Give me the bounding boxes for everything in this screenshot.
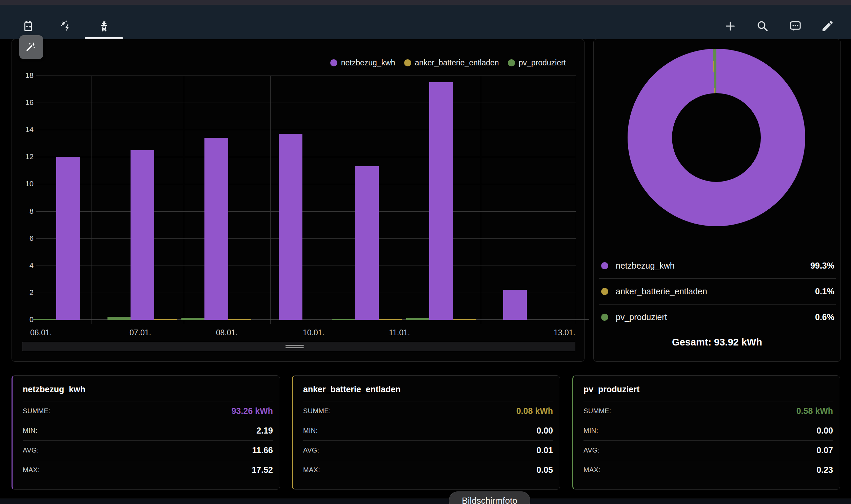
card-title: netzbezug_kwh	[23, 384, 273, 401]
legend-label: anker_batterie_entladen	[415, 58, 499, 67]
slice-percentage: 0.6%	[815, 312, 834, 322]
stat-value: 0.00	[536, 426, 553, 436]
y-axis-label: 18	[18, 72, 34, 79]
screenshot-toast: Bildschirmfoto	[449, 491, 530, 504]
search-icon	[756, 19, 769, 34]
tab-battery[interactable]	[21, 20, 35, 34]
bar-netzbezug_kwh[interactable]	[205, 138, 228, 320]
donut-legend-row-anker-batterie[interactable]: anker_batterie_entladen 0.1%	[599, 278, 836, 304]
bar-netzbezug_kwh[interactable]	[429, 82, 453, 320]
legend-item-anker-batterie[interactable]: anker_batterie_entladen	[404, 58, 499, 67]
stat-value: 0.58 kWh	[796, 406, 833, 416]
bar-pv_produziert[interactable]	[332, 319, 355, 320]
legend-item-netzbezug[interactable]: netzbezug_kwh	[330, 58, 395, 67]
stat-row-min: MIN: 0.00	[584, 421, 833, 441]
stat-value: 0.07	[816, 445, 833, 455]
bar-netzbezug_kwh[interactable]	[131, 150, 154, 320]
gridline	[91, 75, 92, 324]
series-color-dot	[508, 59, 515, 66]
chat-bubble-icon	[788, 19, 802, 34]
gridline	[36, 293, 576, 293]
total-kwh-label: Gesamt: 93.92 kWh	[594, 337, 840, 348]
bar-pv_produziert[interactable]	[33, 319, 56, 320]
card-title: pv_produziert	[584, 384, 833, 401]
stat-label: MAX:	[23, 466, 40, 474]
stat-card-netzbezug: netzbezug_kwh SUMME: 93.26 kWh MIN: 2.19…	[12, 375, 280, 490]
chart-legend: netzbezug_kwh anker_batterie_entladen pv…	[330, 58, 566, 67]
stat-row-summe: SUMME: 0.08 kWh	[303, 401, 553, 421]
stat-row-avg: AVG: 0.01	[303, 441, 553, 460]
donut-legend: netzbezug_kwh 99.3% anker_batterie_entla…	[599, 253, 836, 330]
add-button[interactable]	[723, 20, 737, 34]
donut-legend-row-netzbezug[interactable]: netzbezug_kwh 99.3%	[599, 253, 836, 278]
gridline	[576, 75, 576, 324]
donut-chart[interactable]	[628, 49, 805, 226]
gridline	[481, 75, 481, 324]
stat-row-max: MAX: 0.05	[303, 460, 553, 480]
stat-label: MIN:	[584, 427, 598, 435]
legend-item-pv[interactable]: pv_produziert	[508, 58, 566, 67]
x-axis-label: 11.01.	[389, 328, 410, 337]
gridline	[36, 266, 576, 266]
gridline	[36, 157, 576, 157]
screenshot-toast-label: Bildschirmfoto	[462, 496, 517, 504]
stat-value: 0.23	[816, 465, 833, 475]
y-axis-label: 6	[18, 235, 34, 242]
y-axis-label: 8	[18, 208, 34, 215]
stat-label: AVG:	[303, 446, 319, 454]
bar-netzbezug_kwh[interactable]	[503, 290, 527, 320]
battery-icon	[21, 19, 35, 34]
bar-anker_batterie_entladen[interactable]	[379, 319, 402, 320]
gridline	[36, 103, 576, 103]
stat-row-avg: AVG: 0.07	[584, 441, 833, 460]
bar-pv_produziert[interactable]	[181, 318, 205, 320]
stat-label: MAX:	[303, 466, 320, 474]
series-color-dot	[601, 288, 608, 295]
gridline	[184, 75, 184, 324]
x-axis-label: 13.01.	[554, 328, 575, 337]
legend-label: pv_produziert	[519, 58, 566, 67]
tab-solar[interactable]	[59, 20, 73, 34]
search-button[interactable]	[756, 20, 770, 34]
stat-card-anker-batterie: anker_batterie_entladen SUMME: 0.08 kWh …	[292, 375, 560, 490]
stat-row-min: MIN: 0.00	[303, 421, 553, 441]
scrollbar-handle[interactable]	[285, 345, 304, 349]
bar-anker_batterie_entladen[interactable]	[154, 319, 177, 320]
edit-dashboard-button[interactable]	[820, 20, 835, 34]
stat-row-max: MAX: 17.52	[23, 460, 273, 480]
solar-power-icon	[59, 19, 73, 34]
bar-anker_batterie_entladen[interactable]	[453, 319, 476, 320]
pencil-icon	[821, 19, 834, 34]
stat-label: AVG:	[23, 446, 39, 454]
bar-anker_batterie_entladen[interactable]	[228, 319, 251, 320]
y-axis-label: 4	[18, 262, 34, 269]
series-color-dot	[601, 262, 608, 269]
x-axis-label: 06.01.	[30, 328, 52, 337]
slice-percentage: 99.3%	[810, 261, 834, 271]
auto-fix-button[interactable]	[19, 35, 43, 59]
window-top-strip	[0, 0, 851, 5]
donut-hole	[672, 93, 761, 182]
assist-button[interactable]	[788, 20, 802, 34]
stat-row-avg: AVG: 11.66	[23, 441, 273, 460]
y-axis-label: 2	[18, 289, 34, 296]
bar-netzbezug_kwh[interactable]	[355, 166, 379, 320]
stat-value: 17.52	[251, 465, 273, 475]
gridline	[36, 211, 576, 212]
plus-icon	[724, 19, 737, 34]
slice-label: anker_batterie_entladen	[616, 287, 815, 296]
tab-grid[interactable]	[97, 20, 111, 34]
x-axis-label: 10.01.	[303, 328, 325, 337]
chart-zoom-scrollbar[interactable]	[22, 342, 575, 351]
bar-pv_produziert[interactable]	[107, 317, 131, 320]
stat-value: 0.01	[536, 445, 553, 455]
stat-label: MIN:	[23, 427, 37, 435]
stat-value: 0.05	[536, 465, 553, 475]
bar-pv_produziert[interactable]	[406, 318, 429, 320]
gridline	[36, 130, 576, 130]
donut-legend-row-pv[interactable]: pv_produziert 0.6%	[599, 304, 836, 330]
energy-bar-chart-panel: netzbezug_kwh anker_batterie_entladen pv…	[12, 39, 585, 362]
bar-netzbezug_kwh[interactable]	[56, 157, 80, 320]
bar-netzbezug_kwh[interactable]	[279, 134, 302, 320]
x-axis-label: 08.01.	[216, 328, 238, 337]
